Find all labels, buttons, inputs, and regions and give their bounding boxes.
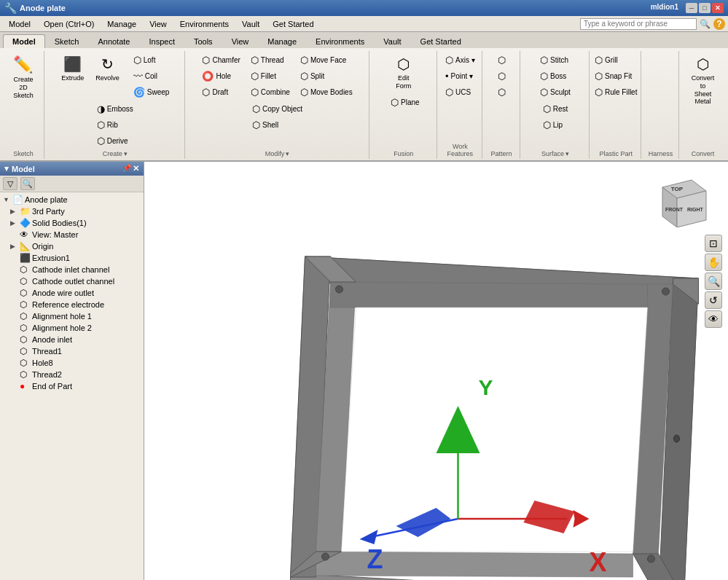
tree-item-thread2[interactable]: ⬡ Thread2 [0,369,144,380]
tab-get-started[interactable]: Get Started [411,34,471,48]
pattern-btn-2[interactable]: ⬡ [493,68,510,84]
tree-item-alignment-hole-1[interactable]: ⬡ Alignment hole 1 [0,310,144,322]
grill-button[interactable]: ⬡Grill [590,52,641,68]
rib-button[interactable]: ⬡Rib [93,117,138,133]
edit-form-button[interactable]: ⬡ EditForm [388,52,419,93]
tree-item-view-master[interactable]: 👁 View: Master [0,229,144,240]
zoom-button[interactable]: 🔍 [705,273,722,290]
maximize-button[interactable]: □ [699,3,711,13]
pan-button[interactable]: ✋ [705,254,722,271]
pattern-btn-1[interactable]: ⬡ [493,52,510,68]
search-tree-button[interactable]: 🔍 [20,177,35,190]
draft-button[interactable]: ⬡Draft [197,85,244,100]
zoom-extents-button[interactable]: ⊡ [705,235,722,252]
viewport[interactable]: Z X Y [144,162,728,580]
create-2d-sketch-button[interactable]: ✏️ Create2D Sketch [7,52,39,102]
help-icon[interactable]: ? [713,18,725,30]
menu-model[interactable]: Model [3,18,36,30]
point-button[interactable]: •Point ▾ [441,68,480,84]
tree-item-cathode-inlet[interactable]: ⬡ Cathode inlet channel [0,264,144,275]
fillet-icon: ⬡ [251,71,259,82]
snap-fit-button[interactable]: ⬡Snap Fit [590,68,641,84]
panel-pin-button[interactable]: 📌 [122,164,131,173]
tree-item-anode-inlet[interactable]: ⬡ Anode inlet [0,334,144,345]
ribbon-group-create: ⬛ Extrude ↻ Revolve ⬡Loft 〰Coil 🌀Sweep ◑… [46,51,185,159]
menu-open[interactable]: Open (Ctrl+O) [38,18,100,30]
tree-item-reference-electrode[interactable]: ⬡ Reference electrode [0,299,144,310]
close-button[interactable]: ✕ [712,3,724,13]
tab-model[interactable]: Model [3,34,45,48]
tab-vault[interactable]: Vault [374,34,410,48]
filter-button[interactable]: ▽ [3,177,17,190]
thread-button[interactable]: ⬡Thread [246,52,294,68]
loft-button[interactable]: ⬡Loft [129,52,174,68]
copy-object-button[interactable]: ⬡Copy Object [248,101,307,117]
tree-item-alignment-hole-2[interactable]: ⬡ Alignment hole 2 [0,322,144,334]
panel-dropdown-icon[interactable]: ▾ [4,164,9,173]
solid-bodies-icon: 🔷 [20,218,30,228]
move-face-button[interactable]: ⬡Move Face [296,52,357,68]
menu-environments[interactable]: Environments [174,18,235,30]
tree-item-3rd-party[interactable]: ▶ 📁 3rd Party [0,205,144,217]
lip-button[interactable]: ⬡Lip [539,117,573,133]
modify-dropdown-icon[interactable]: ▾ [286,150,289,157]
split-button[interactable]: ⬡Split [296,68,357,84]
search-icon[interactable]: 🔍 [700,19,711,29]
fillet-button[interactable]: ⬡Fillet [246,68,294,84]
ribbon-group-modify: ⬡Chamfer ⭕Hole ⬡Draft ⬡Thread ⬡Fillet ⬡C… [187,51,369,159]
tree-item-origin[interactable]: ▶ 📐 Origin [0,240,144,252]
create-dropdown-icon[interactable]: ▾ [124,150,128,157]
extrude-button[interactable]: ⬛ Extrude [56,52,89,85]
chamfer-button[interactable]: ⬡Chamfer [197,52,244,68]
search-input[interactable] [580,18,697,30]
tree-item-cathode-outlet[interactable]: ⬡ Cathode outlet channel [0,275,144,287]
expand-icon: ▶ [10,243,17,250]
menu-vault[interactable]: Vault [236,18,265,30]
axis-button[interactable]: ⬡Axis ▾ [441,52,480,68]
menu-manage[interactable]: Manage [101,18,142,30]
hole-button[interactable]: ⭕Hole [197,68,244,84]
look-at-button[interactable]: 👁 [705,310,722,328]
tab-view[interactable]: View [222,34,259,48]
plane-button[interactable]: ⬡Plane [386,95,424,110]
shell-button[interactable]: ⬡Shell [248,117,307,133]
tree-item-anode-wire-outlet[interactable]: ⬡ Anode wire outlet [0,287,144,299]
tab-annotate[interactable]: Annotate [88,34,139,48]
minimize-button[interactable]: ─ [686,3,697,13]
tab-tools[interactable]: Tools [184,34,222,48]
convert-sheet-metal-button[interactable]: ⬡ Convert toSheet Metal [685,52,721,109]
rule-fillet-button[interactable]: ⬡Rule Fillet [590,85,641,100]
menu-get-started[interactable]: Get Started [267,18,319,30]
ribbon-tabs: Model Sketch Annotate Inspect Tools View… [0,32,728,48]
sweep-button[interactable]: 🌀Sweep [129,85,174,100]
rest-button[interactable]: ⬡Rest [539,101,573,117]
rotate-button[interactable]: ↺ [705,291,722,309]
menu-view[interactable]: View [144,18,173,30]
boss-button[interactable]: ⬡Boss [536,68,575,84]
revolve-button[interactable]: ↻ Revolve [90,52,125,85]
emboss-button[interactable]: ◑Emboss [93,101,138,117]
combine-button[interactable]: ⬡Combine [246,85,294,100]
surface-dropdown-icon[interactable]: ▾ [565,150,569,157]
tree-item-solid-bodies[interactable]: ▶ 🔷 Solid Bodies(1) [0,217,144,229]
tab-inspect[interactable]: Inspect [139,34,184,48]
tab-environments[interactable]: Environments [306,34,374,48]
tree-item-thread1[interactable]: ⬡ Thread1 [0,345,144,357]
ucs-button[interactable]: ⬡UCS [441,85,480,100]
stitch-button[interactable]: ⬡Stitch [536,52,575,68]
panel-close-button[interactable]: ✕ [133,164,139,173]
tab-manage[interactable]: Manage [258,34,306,48]
viewcube[interactable]: TOP FRONT RIGHT [655,169,713,227]
coil-icon: 〰 [133,71,143,82]
tree-item-extrusion1[interactable]: ⬛ Extrusion1 [0,252,144,264]
coil-button[interactable]: 〰Coil [129,68,174,84]
sculpt-button[interactable]: ⬡Sculpt [536,85,575,100]
tree-item-anode-plate[interactable]: ▼ 📄 Anode plate [0,194,144,205]
move-bodies-button[interactable]: ⬡Move Bodies [296,85,357,100]
tree-item-hole8[interactable]: ⬡ Hole8 [0,357,144,369]
tab-sketch[interactable]: Sketch [45,34,89,48]
title-bar: 🔧 Anode plate mldion1 ─ □ ✕ [0,0,728,16]
derive-button[interactable]: ⬡Derive [93,133,138,149]
pattern-btn-3[interactable]: ⬡ [493,85,510,100]
tree-item-end-of-part[interactable]: ● End of Part [0,380,144,392]
